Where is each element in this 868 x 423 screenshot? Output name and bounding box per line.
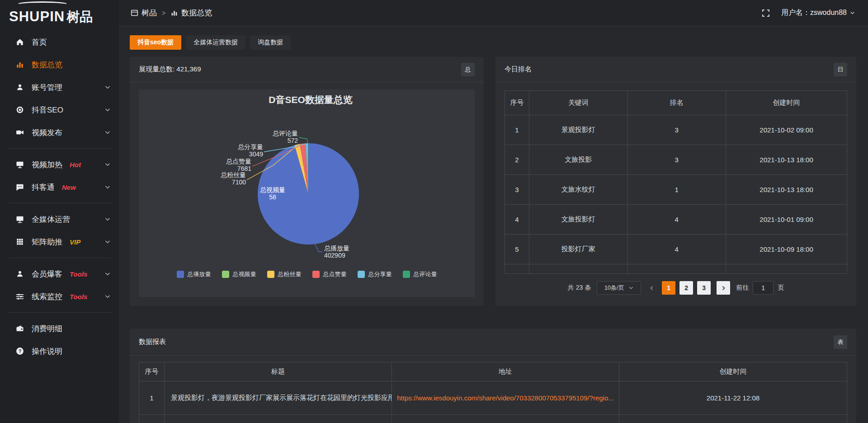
- table-view-button[interactable]: 表: [834, 335, 847, 349]
- sidebar-item-9[interactable]: 会员爆客Tools: [0, 263, 119, 285]
- topbar-right: 用户名：zswodun88: [761, 8, 855, 18]
- pie-label: 402909: [324, 252, 345, 259]
- pagination: 共 23 条 10条/页 123: [505, 281, 847, 295]
- page-button-2[interactable]: 2: [679, 281, 693, 295]
- table-cell: 2021-10-01 09:00: [726, 205, 847, 234]
- menu-divider: [9, 312, 112, 313]
- table-cell: 1: [505, 115, 529, 145]
- pie-label-line: [299, 137, 308, 144]
- user-menu[interactable]: 用户名：zswodun88: [781, 8, 855, 18]
- menu-divider: [9, 258, 112, 258]
- sidebar-item-11[interactable]: 消费明细: [0, 317, 119, 340]
- legend-swatch: [267, 271, 274, 278]
- legend-label: 总播放量: [188, 270, 211, 278]
- chart-title: D音SEO数据量总览: [269, 94, 353, 105]
- content: 抖音seo数据全媒体运营数据询盘数据 展现量总数: 421,369 总 D音SE…: [119, 26, 868, 423]
- sidebar-item-2[interactable]: 账号管理: [0, 76, 119, 99]
- tab-0[interactable]: 抖音seo数据: [130, 35, 181, 50]
- table-cell: 文旅水纹灯: [529, 175, 628, 204]
- table-cell: 5: [505, 235, 529, 264]
- legend-swatch: [222, 271, 229, 278]
- screen-icon: [15, 160, 24, 169]
- tab-1[interactable]: 全媒体运营数据: [186, 35, 245, 50]
- topbar: 树品 > 数据总览 用户名：zswodun88: [119, 0, 868, 26]
- page-button-3[interactable]: 3: [697, 281, 711, 295]
- report-card: 数据报表 表 序号标题地址创建时间1景观投影灯，夜游景观投影灯厂家展示展示落花灯…: [130, 329, 856, 423]
- chevron-down-icon: [104, 293, 111, 300]
- column-header: 关键词: [529, 91, 628, 115]
- pie-label: 3049: [249, 150, 263, 158]
- total-count-label: 共 23 条: [568, 284, 591, 292]
- page-size-select[interactable]: 10条/页: [597, 281, 641, 295]
- table-cell: 2021-10-13 18:00: [726, 145, 847, 174]
- chat-icon: [15, 183, 24, 192]
- legend-item-3[interactable]: 总点赞量: [312, 270, 347, 278]
- seo-pie-chart: D音SEO数据量总览总播放量402909总视频量58总粉丝量7100总点赞量76…: [140, 89, 474, 268]
- cards-row: 展现量总数: 421,369 总 D音SEO数据量总览总播放量402909总视频…: [130, 57, 856, 306]
- sidebar-item-7[interactable]: 全媒体运营: [0, 208, 119, 230]
- total-view-button[interactable]: 总: [461, 63, 475, 76]
- wallet-icon: [15, 324, 24, 333]
- sidebar-item-12[interactable]: ?操作说明: [0, 340, 119, 362]
- page-number-buttons: 123: [662, 281, 711, 295]
- chevron-down-icon: [104, 184, 111, 190]
- next-page-button[interactable]: [717, 281, 730, 295]
- column-header: 排名: [628, 91, 726, 115]
- legend-item-4[interactable]: 总分享量: [358, 270, 392, 278]
- member-icon: [15, 269, 24, 278]
- daily-view-button[interactable]: 日: [834, 63, 847, 76]
- table-cell: 2021-11-22 12:08: [619, 381, 847, 414]
- ranking-table-header: 序号关键词排名创建时间: [505, 91, 847, 115]
- sidebar-item-badge: VIP: [70, 238, 80, 246]
- legend-item-1[interactable]: 总视频量: [222, 270, 256, 278]
- goto-page: 前往 页: [736, 281, 784, 295]
- table-cell: 2021-10-13 18:00: [726, 175, 847, 204]
- sidebar-item-3[interactable]: 抖音SEO: [0, 99, 119, 121]
- pie-label: 总视频量: [260, 186, 285, 193]
- sidebar-item-5[interactable]: 视频加热Hot: [0, 153, 119, 176]
- pie-label: 总评论量: [273, 130, 298, 137]
- fullscreen-icon[interactable]: [761, 9, 770, 18]
- sidebar-item-8[interactable]: 矩阵助推VIP: [0, 230, 119, 253]
- logo-arc: [16, 1, 69, 8]
- goto-page-input[interactable]: [753, 281, 774, 295]
- legend-item-5[interactable]: 总评论量: [403, 270, 437, 278]
- sidebar-item-10[interactable]: 线索监控Tools: [0, 285, 119, 308]
- chevron-down-icon: [104, 129, 111, 136]
- table-cell: 4: [628, 205, 726, 234]
- legend-item-2[interactable]: 总粉丝量: [267, 270, 302, 278]
- sidebar-item-4[interactable]: 视频发布: [0, 121, 119, 144]
- table-cell: 景观投影灯: [529, 115, 628, 145]
- sidebar-item-1[interactable]: 数据总览: [0, 53, 119, 76]
- sidebar-item-0[interactable]: 首页: [0, 31, 119, 53]
- breadcrumb-label: 数据总览: [181, 8, 212, 18]
- app-window-icon: [131, 9, 138, 17]
- sidebar-item-label: 视频发布: [32, 127, 62, 138]
- prev-page-button[interactable]: [647, 281, 656, 295]
- sidebar-item-label: 矩阵助推: [32, 237, 62, 247]
- chevron-down-icon: [104, 239, 111, 245]
- main-area: 树品 > 数据总览 用户名：zswodun88: [119, 0, 868, 423]
- sidebar-item-6[interactable]: 抖客通New: [0, 176, 119, 198]
- breadcrumb-item-current[interactable]: 数据总览: [170, 8, 212, 18]
- username-label: 用户名：zswodun88: [781, 8, 847, 18]
- legend-label: 总分享量: [368, 270, 392, 278]
- pie-label: 58: [269, 193, 276, 201]
- menu-divider: [9, 148, 112, 149]
- breadcrumb-item-home[interactable]: 树品: [131, 8, 157, 18]
- gear-icon: [15, 105, 24, 114]
- table-cell: 文旅投影灯: [529, 205, 628, 234]
- table-cell: 文旅投影: [529, 145, 628, 174]
- page-button-1[interactable]: 1: [662, 281, 675, 295]
- pie-label: 572: [288, 137, 298, 144]
- table-cell: [628, 264, 726, 273]
- table-cell: 1: [139, 381, 165, 414]
- legend-swatch: [403, 271, 410, 278]
- tab-2[interactable]: 询盘数据: [250, 35, 291, 50]
- table-cell: 4: [628, 235, 726, 264]
- chevron-down-icon: [849, 10, 855, 16]
- legend-item-0[interactable]: 总播放量: [177, 270, 211, 278]
- column-header: 序号: [505, 91, 529, 115]
- brand-logo[interactable]: SHUPIN 树品: [0, 0, 119, 26]
- video-link[interactable]: https://www.iesdouyin.com/share/video/70…: [392, 381, 619, 414]
